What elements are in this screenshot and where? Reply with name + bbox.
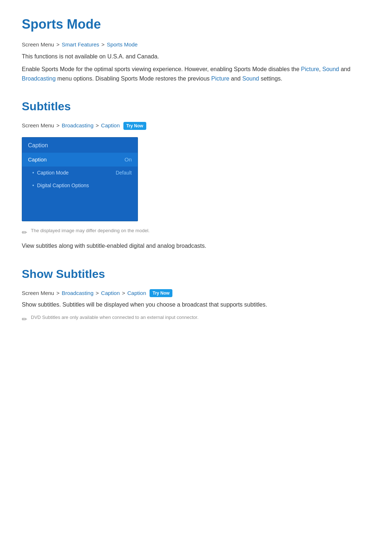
digital-caption-options-row[interactable]: • Digital Caption Options [22,179,138,192]
sports-mode-note: This functions is not available on U.S.A… [22,52,370,61]
link-sound-1[interactable]: Sound [322,66,339,72]
caption-box-caption-row[interactable]: Caption On [22,153,138,167]
caption-ui-box: Caption Caption On • Caption Mode Defaul… [22,137,138,222]
caption-row-value: On [124,156,132,164]
caption-box-header: Caption [22,138,138,153]
bullet-icon-2: • [32,182,34,189]
breadcrumb-sep-5: > [56,289,60,297]
subtitles-description: View subtitles along with subtitle-enabl… [22,241,370,251]
caption-mode-value: Default [116,169,132,177]
breadcrumb-sep-3: > [56,122,60,130]
link-picture-1[interactable]: Picture [301,66,319,72]
subtitles-title: Subtitles [22,98,370,115]
show-subtitles-note-text: DVD Subtitles are only available when co… [31,314,199,321]
link-picture-2[interactable]: Picture [211,75,229,82]
breadcrumb-sep-6: > [96,289,99,297]
try-now-badge-1[interactable]: Try Now [123,122,146,130]
subtitles-note-row: ✏ The displayed image may differ dependi… [22,227,370,238]
link-sound-2[interactable]: Sound [242,75,259,82]
breadcrumb-smart-features[interactable]: Smart Features [62,41,99,49]
caption-mode-label: • Caption Mode [32,169,69,177]
show-subtitles-note-row: ✏ DVD Subtitles are only available when … [22,314,370,324]
try-now-badge-2[interactable]: Try Now [150,289,172,297]
breadcrumb-caption-1[interactable]: Caption [101,122,120,130]
breadcrumb-separator-2: > [101,41,105,49]
breadcrumb-broadcasting-1[interactable]: Broadcasting [62,122,94,130]
link-broadcasting-1[interactable]: Broadcasting [22,75,56,82]
pencil-icon-2: ✏ [22,315,27,324]
show-subtitles-title: Show Subtitles [22,265,370,283]
breadcrumb-screen-menu-3: Screen Menu [22,289,54,297]
breadcrumb-sep-7: > [122,289,125,297]
sports-mode-section: Sports Mode Screen Menu > Smart Features… [22,15,370,83]
sports-mode-title: Sports Mode [22,15,370,34]
breadcrumb-screen-menu: Screen Menu [22,41,54,49]
show-subtitles-section: Show Subtitles Screen Menu > Broadcastin… [22,265,370,324]
subtitles-breadcrumb: Screen Menu > Broadcasting > Caption Try… [22,122,370,130]
breadcrumb-sports-mode[interactable]: Sports Mode [107,41,138,49]
digital-caption-label: • Digital Caption Options [32,182,89,189]
breadcrumb-screen-menu-2: Screen Menu [22,122,54,130]
breadcrumb-caption-3[interactable]: Caption [127,289,146,297]
breadcrumb-caption-2[interactable]: Caption [101,289,120,297]
breadcrumb-separator-1: > [56,41,60,49]
caption-box-spacer [22,192,138,221]
breadcrumb-broadcasting-2[interactable]: Broadcasting [62,289,94,297]
subtitles-note-text: The displayed image may differ depending… [31,227,150,234]
subtitles-section: Subtitles Screen Menu > Broadcasting > C… [22,98,370,251]
caption-row-label: Caption [28,156,47,164]
pencil-icon: ✏ [22,228,27,238]
breadcrumb-sep-4: > [96,122,99,130]
sports-mode-description: Enable Sports Mode for the optimal sport… [22,65,370,83]
show-subtitles-breadcrumb: Screen Menu > Broadcasting > Caption > C… [22,289,370,297]
caption-mode-row[interactable]: • Caption Mode Default [22,167,138,179]
sports-mode-breadcrumb: Screen Menu > Smart Features > Sports Mo… [22,41,370,49]
show-subtitles-description: Show subtitles. Subtitles will be displa… [22,300,370,309]
bullet-icon-1: • [32,169,34,177]
